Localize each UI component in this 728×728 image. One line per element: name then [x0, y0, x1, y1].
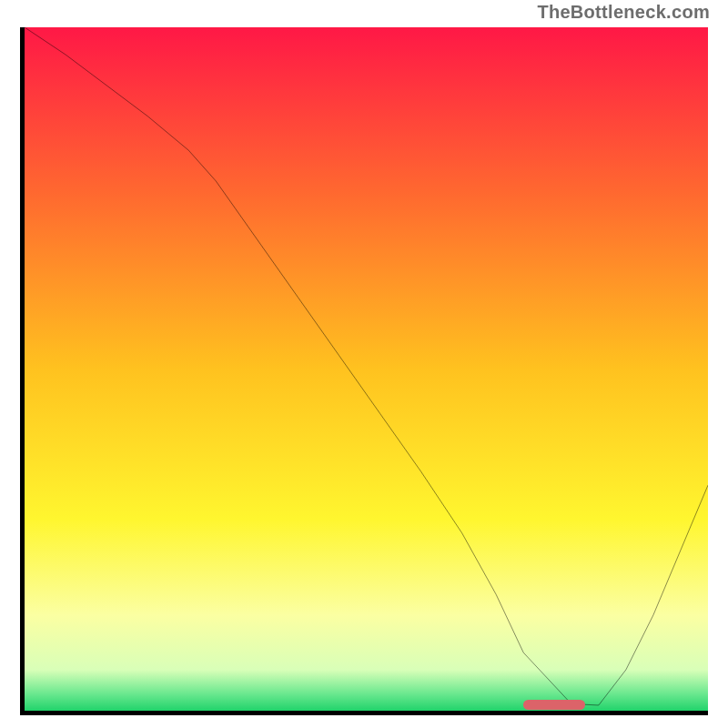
optimal-marker	[523, 700, 585, 710]
bottleneck-curve	[25, 27, 708, 711]
plot-area	[20, 27, 708, 715]
attribution-text: TheBottleneck.com	[537, 2, 710, 23]
chart-container: TheBottleneck.com	[0, 0, 728, 728]
